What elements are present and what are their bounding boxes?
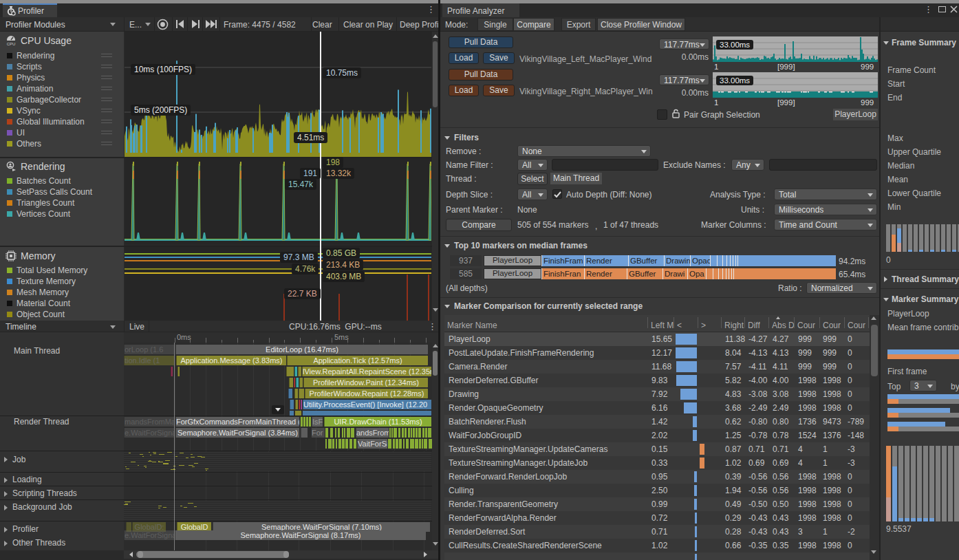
svg-text:CPU: CPU bbox=[7, 42, 16, 46]
